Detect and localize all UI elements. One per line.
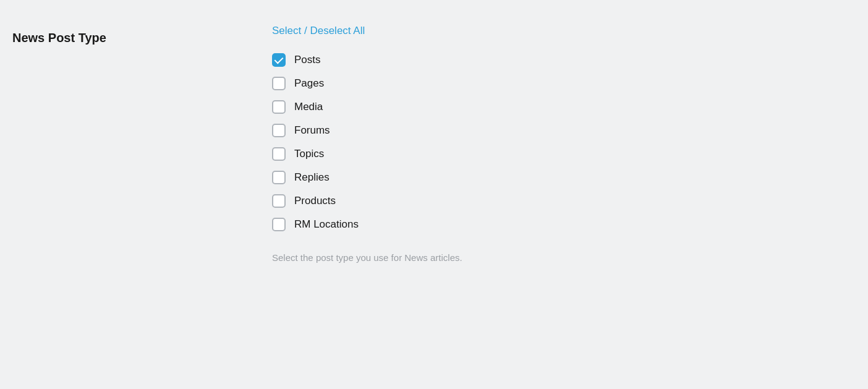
checkbox-rm-locations[interactable]	[272, 218, 286, 231]
checkbox-item-replies[interactable]: Replies	[272, 167, 462, 188]
checkbox-posts[interactable]	[272, 53, 286, 67]
checkbox-pages[interactable]	[272, 77, 286, 90]
checkbox-topics[interactable]	[272, 147, 286, 161]
checkbox-label-posts: Posts	[294, 54, 321, 66]
checkbox-label-topics: Topics	[294, 148, 324, 160]
checkbox-media[interactable]	[272, 100, 286, 114]
checkbox-forums[interactable]	[272, 124, 286, 137]
checkbox-item-rm-locations[interactable]: RM Locations	[272, 214, 462, 235]
checkbox-products[interactable]	[272, 194, 286, 208]
checkbox-item-topics[interactable]: Topics	[272, 143, 462, 165]
label-column: News Post Type	[12, 25, 272, 45]
checkbox-item-forums[interactable]: Forums	[272, 120, 462, 141]
checkbox-label-products: Products	[294, 195, 336, 207]
checkbox-replies[interactable]	[272, 171, 286, 184]
checkbox-label-forums: Forums	[294, 124, 330, 137]
checkbox-label-pages: Pages	[294, 77, 324, 90]
help-text: Select the post type you use for News ar…	[272, 252, 462, 263]
section-title: News Post Type	[12, 31, 106, 45]
checkbox-item-products[interactable]: Products	[272, 190, 462, 212]
checkbox-label-rm-locations: RM Locations	[294, 218, 359, 231]
checkbox-item-pages[interactable]: Pages	[272, 73, 462, 94]
checkbox-item-media[interactable]: Media	[272, 96, 462, 118]
checkbox-item-posts[interactable]: Posts	[272, 49, 462, 71]
checkbox-label-replies: Replies	[294, 171, 330, 184]
checkbox-label-media: Media	[294, 101, 323, 113]
checkbox-list: PostsPagesMediaForumsTopicsRepliesProduc…	[272, 49, 462, 235]
select-deselect-all-link[interactable]: Select / Deselect All	[272, 25, 462, 37]
content-column: Select / Deselect All PostsPagesMediaFor…	[272, 25, 462, 263]
settings-container: News Post Type Select / Deselect All Pos…	[0, 25, 868, 263]
